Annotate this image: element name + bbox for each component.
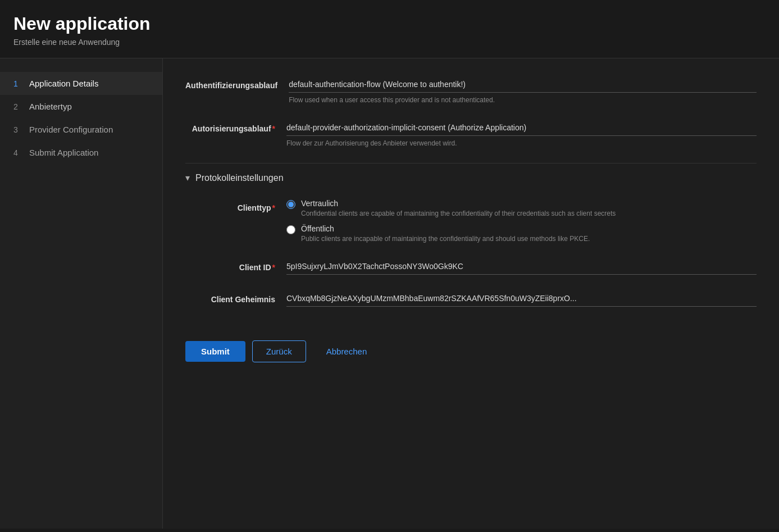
page-title: New application [13,13,766,34]
protocol-section: ▾ Protokolleinstellungen Clienttyp* Vert… [185,172,757,307]
sidebar-label-1: Application Details [29,79,98,88]
autorisierungsablauf-hint: Flow der zur Authorisierung des Anbieter… [286,139,757,147]
submit-button[interactable]: Submit [185,341,245,362]
content-area: Authentifizierungsablauf Flow used when … [163,58,779,529]
client-id-input[interactable] [286,258,757,275]
back-button[interactable]: Zurück [252,340,306,362]
clienttyp-hint-oeffentlich: Public clients are incapable of maintain… [301,235,590,243]
clienttyp-label-oeffentlich: Öffentlich [301,224,590,233]
client-geheimnis-row: Client Geheimnis [185,290,757,307]
authentifizierungsablauf-row: Authentifizierungsablauf Flow used when … [185,76,757,104]
page-subtitle: Erstelle eine neue Anwendung [13,38,766,47]
protokolleinstellungen-title: Protokolleinstellungen [195,173,284,183]
sidebar-item-submit-application[interactable]: 4 Submit Application [0,141,162,164]
client-geheimnis-input[interactable] [286,290,757,307]
autorisierungsablauf-field: Flow der zur Authorisierung des Anbieter… [286,120,757,147]
clienttyp-field: Vertraulich Confidential clients are cap… [286,199,757,243]
sidebar-label-3: Provider Configuration [29,125,113,134]
autorisierungsablauf-row: Autorisierungsablauf* Flow der zur Autho… [185,120,757,147]
client-id-label: Client ID* [185,258,275,272]
clienttyp-label-vertraulich: Vertraulich [301,199,616,208]
client-geheimnis-label: Client Geheimnis [185,290,275,304]
client-geheimnis-field [286,290,757,307]
client-id-row: Client ID* [185,258,757,275]
authentifizierungsablauf-label: Authentifizierungsablauf [185,76,277,90]
sidebar-item-application-details[interactable]: 1 Application Details [0,72,162,95]
step-number-1: 1 [13,79,22,88]
clienttyp-radio-oeffentlich[interactable] [286,225,295,234]
sidebar-item-anbietertyp[interactable]: 2 Anbietertyp [0,95,162,118]
clienttyp-option-vertraulich: Vertraulich Confidential clients are cap… [286,199,757,217]
clienttyp-label: Clienttyp* [185,199,275,212]
client-id-field [286,258,757,275]
footer-buttons: Submit Zurück Abbrechen [185,329,757,362]
main-layout: 1 Application Details 2 Anbietertyp 3 Pr… [0,58,779,529]
protokolleinstellungen-header[interactable]: ▾ Protokolleinstellungen [185,172,757,183]
autorisierungsablauf-label: Autorisierungsablauf* [185,120,275,133]
chevron-down-icon: ▾ [185,172,190,183]
autorisierungsablauf-input[interactable] [286,120,757,136]
step-number-4: 4 [13,148,22,157]
clienttyp-row: Clienttyp* Vertraulich Confidential clie… [185,199,757,243]
page-header: New application Erstelle eine neue Anwen… [0,0,779,58]
step-number-2: 2 [13,102,22,111]
step-number-3: 3 [13,125,22,134]
authentifizierungsablauf-field: Flow used when a user access this provid… [289,76,757,104]
sidebar-item-provider-configuration[interactable]: 3 Provider Configuration [0,118,162,141]
sidebar: 1 Application Details 2 Anbietertyp 3 Pr… [0,58,163,529]
sidebar-label-2: Anbietertyp [29,102,72,111]
authentifizierungsablauf-input[interactable] [289,76,757,93]
clienttyp-option-oeffentlich: Öffentlich Public clients are incapable … [286,224,757,243]
sidebar-label-4: Submit Application [29,148,98,157]
section-divider [185,163,757,163]
clienttyp-radio-vertraulich[interactable] [286,200,295,209]
cancel-button[interactable]: Abbrechen [313,341,381,362]
clienttyp-hint-vertraulich: Confidential clients are capable of main… [301,210,616,217]
authentifizierungsablauf-hint: Flow used when a user access this provid… [289,96,757,104]
clienttyp-radio-group: Vertraulich Confidential clients are cap… [286,199,757,243]
